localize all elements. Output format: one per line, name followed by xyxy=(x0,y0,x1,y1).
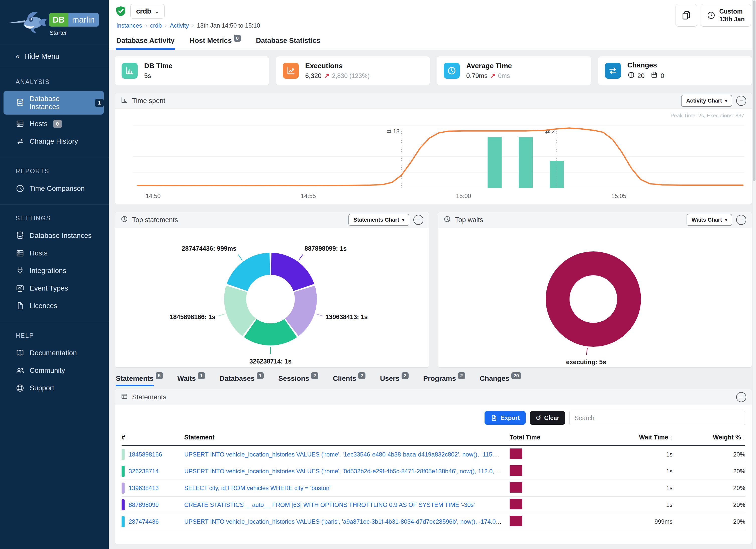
copy-link-button[interactable] xyxy=(676,4,697,27)
statement-id-link[interactable]: 139638413 xyxy=(129,485,159,492)
column-header-wait-time[interactable]: Wait Time↑ xyxy=(590,434,673,441)
export-icon xyxy=(491,414,498,421)
export-button[interactable]: Export xyxy=(485,411,526,425)
hide-menu-button[interactable]: « Hide Menu xyxy=(0,44,109,68)
detail-tab-users[interactable]: Users2 xyxy=(380,375,409,383)
pie-chart-icon xyxy=(121,215,128,225)
tab-host-metrics[interactable]: Host Metrics0 xyxy=(189,33,241,50)
column-header-weight[interactable]: Weight %↓ xyxy=(673,434,745,441)
clear-button[interactable]: ↺ Clear xyxy=(530,411,565,425)
top-statements-donut[interactable]: 887898099: 1s139638413: 1s326238714: 1s1… xyxy=(115,228,429,367)
tab-database-statistics[interactable]: Database Statistics xyxy=(255,33,321,50)
sidebar-item-hosts[interactable]: Hosts0 xyxy=(4,116,104,132)
detail-tab-statements[interactable]: Statements5 xyxy=(116,375,163,383)
database-icon xyxy=(16,231,25,240)
top-statements-panel: Top statements Statements Chart ▾ − 8878… xyxy=(115,212,429,368)
column-header-id[interactable]: #↓ xyxy=(122,434,184,441)
server-icon xyxy=(16,119,25,128)
sidebar-item-time-comparison[interactable]: Time Comparison xyxy=(4,180,104,197)
total-time-bar xyxy=(510,482,522,493)
sidebar-item-database-instances[interactable]: Database Instances1 xyxy=(4,91,104,115)
top-waits-panel: Top waits Waits Chart ▾ − executing: 5s xyxy=(438,212,752,368)
top-waits-donut[interactable]: executing: 5s xyxy=(438,228,752,367)
statements-panel: Statements − Export ↺ Clear xyxy=(115,389,752,544)
statement-link[interactable]: CREATE STATISTICS __auto__ FROM [63] WIT… xyxy=(184,501,475,508)
search-input[interactable] xyxy=(569,411,745,425)
sidebar-section-title: HELP xyxy=(0,330,109,344)
info-icon xyxy=(627,71,635,80)
statement-link[interactable]: UPSERT INTO vehicle_location_histories V… xyxy=(184,468,508,475)
collapse-panel-icon[interactable]: − xyxy=(736,96,746,106)
time-spent-chart[interactable]: ⇄ 18⇄ 214:5014:5515:0015:05Peak Time: 2s… xyxy=(115,109,752,204)
panel-title: Time spent xyxy=(132,97,165,105)
brand-marlin: marlin xyxy=(68,13,99,27)
book-icon xyxy=(16,348,25,357)
sidebar-item-database-instances[interactable]: Database Instances xyxy=(4,227,104,244)
sidebar-section: HELPDocumentationCommunitySupport xyxy=(0,322,109,404)
change-annotation: ⇄ 18 xyxy=(387,128,399,135)
donut-segment xyxy=(271,253,314,291)
people-icon xyxy=(16,366,25,375)
calendar-icon xyxy=(650,71,658,80)
statement-id-link[interactable]: 1845898166 xyxy=(129,451,162,458)
statement-link[interactable]: UPSERT INTO vehicle_location_histories V… xyxy=(184,518,510,525)
tab-badge: 2 xyxy=(358,372,365,379)
breadcrumb-item[interactable]: crdb xyxy=(150,22,162,29)
statement-id-link[interactable]: 326238714 xyxy=(129,468,159,475)
sidebar-item-change-history[interactable]: Change History xyxy=(4,133,104,150)
collapse-panel-icon[interactable]: − xyxy=(736,392,746,402)
sidebar-item-label: Licences xyxy=(30,302,57,310)
sidebar-item-documentation[interactable]: Documentation xyxy=(4,345,104,361)
collapse-panel-icon[interactable]: − xyxy=(736,215,746,225)
breadcrumb-item[interactable]: Instances xyxy=(116,22,142,29)
breadcrumb: Instances›crdb›Activity›13th Jan 14:50 t… xyxy=(115,22,260,29)
statement-link[interactable]: UPSERT INTO vehicle_location_histories V… xyxy=(184,451,510,458)
main-area: crdb ⌄ Instances›crdb›Activity›13th Jan … xyxy=(109,0,756,549)
bar-chart-icon xyxy=(122,63,138,79)
waits-chart-dropdown[interactable]: Waits Chart ▾ xyxy=(687,214,732,226)
x-tick: 14:50 xyxy=(146,193,161,199)
statement-id-link[interactable]: 287474436 xyxy=(129,518,159,525)
up-arrow-icon: ↗ xyxy=(490,72,496,80)
column-header-total-time[interactable]: Total Time xyxy=(510,434,590,441)
sidebar-item-event-types[interactable]: Event Types xyxy=(4,280,104,297)
statements-chart-dropdown[interactable]: Statements Chart ▾ xyxy=(348,214,409,226)
sidebar-item-community[interactable]: Community xyxy=(4,362,104,379)
tab-badge: 5 xyxy=(156,372,163,379)
statement-link[interactable]: SELECT city, id FROM vehicles WHERE city… xyxy=(184,485,331,491)
time-range-button[interactable]: Custom 13th Jan xyxy=(701,4,751,27)
detail-tab-sessions[interactable]: Sessions2 xyxy=(278,375,318,383)
sidebar-item-integrations[interactable]: Integrations xyxy=(4,262,104,279)
sidebar-item-hosts[interactable]: Hosts xyxy=(4,245,104,261)
executions-bar xyxy=(488,137,502,188)
donut-label: 887898099: 1s xyxy=(305,245,347,252)
chevron-down-icon: ▾ xyxy=(725,98,727,104)
collapse-panel-icon[interactable]: − xyxy=(413,215,423,225)
donut-segment xyxy=(558,263,629,335)
tab-database-activity[interactable]: Database Activity xyxy=(116,33,175,50)
detail-tab-databases[interactable]: Databases1 xyxy=(220,375,264,383)
detail-tab-waits[interactable]: Waits1 xyxy=(177,375,205,383)
swap-icon xyxy=(16,137,25,146)
detail-tab-programs[interactable]: Programs2 xyxy=(423,375,465,383)
breadcrumb-item[interactable]: Activity xyxy=(170,22,189,29)
scrollbar-thumb[interactable] xyxy=(753,1,755,181)
sidebar-item-label: Hosts xyxy=(30,249,48,257)
activity-chart-dropdown[interactable]: Activity Chart ▾ xyxy=(681,95,732,107)
sidebar-item-support[interactable]: Support xyxy=(4,380,104,396)
sidebar: DBmarlin Starter « Hide Menu ANALYSISDat… xyxy=(0,0,109,549)
sidebar-item-licences[interactable]: Licences xyxy=(4,298,104,314)
column-header-statement[interactable]: Statement xyxy=(184,434,510,441)
tab-badge: 2 xyxy=(402,372,409,379)
detail-tab-changes[interactable]: Changes20 xyxy=(480,375,521,383)
detail-tab-clients[interactable]: Clients2 xyxy=(333,375,365,383)
undo-icon: ↺ xyxy=(536,415,541,421)
instance-selector[interactable]: crdb ⌄ xyxy=(130,4,165,19)
tab-badge: 1 xyxy=(198,372,205,379)
plan-label: Starter xyxy=(50,30,67,36)
statement-id-link[interactable]: 887898099 xyxy=(129,501,159,508)
sort-icon: ↓ xyxy=(742,434,745,441)
sidebar-section-title: REPORTS xyxy=(0,166,109,179)
sidebar-section-title: SETTINGS xyxy=(0,213,109,226)
scrollbar[interactable] xyxy=(752,0,756,549)
